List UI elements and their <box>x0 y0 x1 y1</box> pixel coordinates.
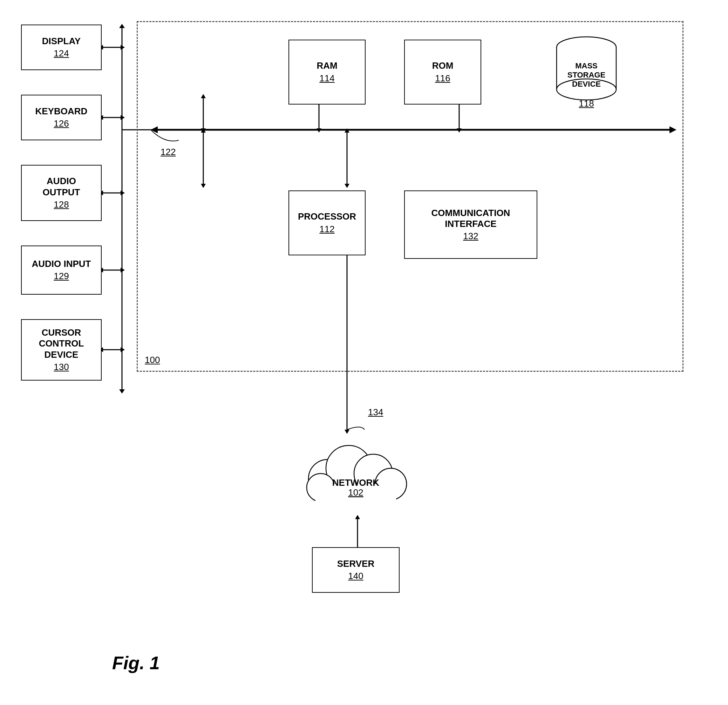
mass-storage-container: MASS STORAGE DEVICE 118 <box>537 33 636 110</box>
comm-number: 132 <box>463 231 478 242</box>
audio-output-box: AUDIOOUTPUT 128 <box>21 165 102 221</box>
processor-label: PROCESSOR <box>298 211 356 222</box>
keyboard-box: KEYBOARD 126 <box>21 95 102 140</box>
server-box: SERVER 140 <box>312 547 400 593</box>
audio-input-number: 129 <box>53 271 69 282</box>
processor-number: 112 <box>319 224 334 235</box>
rom-box: ROM 116 <box>404 40 481 104</box>
mass-storage-svg: MASS STORAGE DEVICE <box>548 33 625 102</box>
audio-input-label: AUDIO INPUT <box>32 259 91 269</box>
cursor-control-box: CURSORCONTROLDEVICE 130 <box>21 319 102 381</box>
display-label: DISPLAY <box>42 36 81 47</box>
figure-title: Fig. 1 <box>112 653 160 673</box>
svg-marker-30 <box>121 190 125 195</box>
ram-box: RAM 114 <box>289 40 365 104</box>
cursor-label: CURSORCONTROLDEVICE <box>39 327 84 360</box>
svg-marker-33 <box>121 268 125 272</box>
mass-storage-number: 118 <box>579 98 594 109</box>
keyboard-number: 126 <box>53 118 69 129</box>
keyboard-label: KEYBOARD <box>35 106 88 117</box>
comm-interface-box: COMMUNICATIONINTERFACE 132 <box>404 190 537 259</box>
system-number: 100 <box>145 355 160 365</box>
ram-label: RAM <box>316 60 337 71</box>
audio-input-box: AUDIO INPUT 129 <box>21 246 102 295</box>
audio-output-label: AUDIOOUTPUT <box>43 176 80 197</box>
system-ref-100: 100 <box>145 355 160 365</box>
figure-label: Fig. 1 <box>112 652 160 673</box>
comm-label: COMMUNICATIONINTERFACE <box>432 208 510 229</box>
svg-marker-36 <box>121 347 125 352</box>
svg-text:102: 102 <box>348 487 363 498</box>
display-number: 124 <box>53 48 69 59</box>
display-box: DISPLAY 124 <box>21 25 102 70</box>
server-number: 140 <box>348 571 363 582</box>
rom-number: 116 <box>435 73 450 84</box>
network-container: NETWORK 102 <box>295 428 417 519</box>
ref-134: 134 <box>368 407 383 418</box>
server-label: SERVER <box>337 558 374 569</box>
ram-number: 114 <box>319 73 334 84</box>
svg-text:MASS: MASS <box>575 61 598 70</box>
svg-marker-27 <box>121 115 125 120</box>
system-boundary: RAM 114 ROM 116 MASS STORAGE DEVICE <box>137 21 683 372</box>
network-svg: NETWORK 102 <box>300 433 412 514</box>
bus-ref-122: 122 <box>160 147 176 158</box>
diagram: DISPLAY 124 KEYBOARD 126 AUDIOOUTPUT 128… <box>14 14 708 680</box>
svg-marker-19 <box>119 389 125 394</box>
svg-marker-24 <box>121 45 125 50</box>
processor-box: PROCESSOR 112 <box>289 190 365 255</box>
svg-text:DEVICE: DEVICE <box>572 80 601 88</box>
svg-text:STORAGE: STORAGE <box>568 71 605 79</box>
cursor-number: 130 <box>53 362 69 372</box>
rom-label: ROM <box>432 60 454 71</box>
svg-text:NETWORK: NETWORK <box>332 477 380 488</box>
svg-marker-20 <box>119 24 125 28</box>
bus-number: 122 <box>160 147 176 157</box>
ref-134-num: 134 <box>368 407 383 417</box>
audio-output-number: 128 <box>53 199 69 210</box>
